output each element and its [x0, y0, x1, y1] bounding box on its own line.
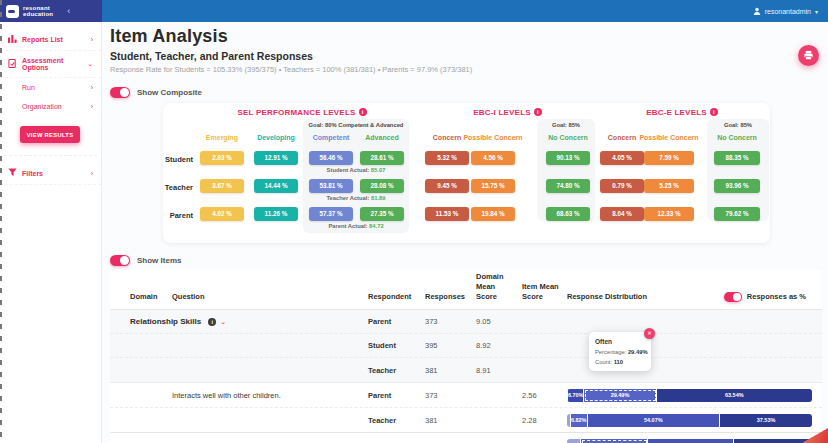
sidebar-collapse-icon[interactable]: ‹	[67, 6, 70, 16]
show-items-row: Show Items	[110, 255, 828, 266]
table-row: Student 395 8.92	[110, 334, 822, 358]
show-composite-label: Show Composite	[137, 88, 202, 97]
close-icon[interactable]: ✕	[644, 328, 655, 339]
student-actual: Student Actual: 85.07	[303, 167, 409, 173]
chip-parent-advanced: 27.35 %	[360, 207, 404, 221]
table-header-row: Domain Question Respondent Responses Dom…	[110, 270, 822, 310]
distribution-segment[interactable]: 31.90%	[734, 439, 812, 443]
brand-name: resonant education	[23, 5, 53, 18]
show-composite-row: Show Composite	[110, 87, 828, 98]
main-content: Item Analysis Student, Teacher, and Pare…	[102, 22, 828, 443]
sidebar-item-reports-list[interactable]: Reports List ›	[0, 28, 101, 51]
brand[interactable]: resonant education ‹	[0, 0, 102, 22]
sidebar-item-label: Filters	[22, 170, 43, 177]
composite-card: SEL PERFORMANCE LEVELSi EBC-I LEVELSi EB…	[163, 103, 770, 243]
page-subtitle: Student, Teacher, and Parent Responses	[110, 50, 828, 62]
user-menu[interactable]: resonantadmin ▾	[753, 0, 828, 22]
show-items-toggle[interactable]	[110, 255, 130, 266]
brand-logo-icon	[6, 5, 19, 18]
distribution-bar: 27.35% 34.85% 31.90%	[567, 439, 812, 443]
chip-parent-ebce-concern: 8.04 %	[600, 207, 644, 221]
tooltip-title: Often	[595, 338, 645, 345]
distribution-segment[interactable]: 6.82%	[571, 414, 588, 427]
sidebar-item-organization[interactable]: Organization ›	[0, 97, 101, 116]
info-icon[interactable]: i	[534, 108, 542, 116]
filter-icon	[8, 168, 17, 178]
table-row: Teacher 381 8.91	[110, 358, 822, 382]
sidebar-item-run[interactable]: Run ›	[0, 78, 101, 97]
view-results-button[interactable]: VIEW RESULTS	[20, 126, 80, 143]
header-question: Question	[172, 292, 368, 302]
responses-as-pct-label: Responses as %	[747, 292, 806, 302]
header-item-mean: Item Mean Score	[522, 282, 567, 302]
chevron-right-icon: ›	[91, 36, 93, 43]
caret-down-icon: ▾	[815, 8, 818, 15]
sidebar-item-filters[interactable]: Filters ›	[0, 162, 101, 185]
chevron-down-icon: ⌄	[87, 60, 93, 68]
question-text: Interacts well with other children.	[172, 391, 368, 400]
user-icon	[753, 7, 761, 15]
distribution-segment[interactable]: 6.70%	[568, 389, 584, 402]
chip-teacher-competent: 53.81 %	[309, 179, 353, 193]
ebci-levels-title: EBC-I LEVELSi	[425, 108, 590, 117]
distribution-segment[interactable]: 63.54%	[657, 389, 812, 402]
responses-as-pct-toggle[interactable]	[724, 292, 742, 302]
distribution-bar: 6.70% 29.49% 63.54%	[567, 389, 812, 402]
response-rate-text: Response Rate for Students = 105.33% (39…	[110, 65, 828, 74]
header-domain-mean: Domain Mean Score	[476, 272, 522, 302]
info-icon[interactable]: i	[710, 108, 718, 116]
chevron-right-icon: ›	[91, 170, 93, 177]
print-button[interactable]	[798, 45, 819, 66]
domain-group: Relationship Skills i ⌄ Parent 373 9.05 …	[110, 310, 822, 383]
info-icon[interactable]: i	[359, 108, 367, 116]
row-label-teacher: Teacher	[163, 183, 193, 192]
sidebar-item-label: Run	[22, 84, 35, 91]
ebce-goal-text: Goal: 85%	[707, 119, 769, 128]
info-icon[interactable]: i	[208, 318, 216, 326]
sidebar-item-assessment-options[interactable]: Assessment Options ⌄	[0, 51, 101, 78]
chip-teacher-ebci-no-concern: 74.80 %	[546, 179, 590, 193]
chip-teacher-ebci-concern: 9.45 %	[425, 179, 469, 193]
item-row: Teacher 381 2.28 6.82% 54.07% 37.53%	[110, 408, 822, 433]
col-ebce-no-concern: No Concern	[705, 134, 769, 141]
chip-teacher-advanced: 28.08 %	[360, 179, 404, 193]
chip-student-ebce-concern: 4.05 %	[600, 151, 644, 165]
teacher-actual: Teacher Actual: 81.89	[303, 195, 409, 201]
chip-teacher-ebci-possible: 15.75 %	[471, 179, 515, 193]
sel-levels-title: SEL PERFORMANCE LEVELSi	[200, 108, 404, 117]
col-advanced: Advanced	[350, 134, 414, 141]
chip-student-emerging: 2.03 %	[200, 151, 244, 165]
distribution-segment[interactable]	[567, 439, 581, 443]
chip-parent-competent: 57.37 %	[309, 207, 353, 221]
col-ebci-possible-concern: Possible Concern	[461, 134, 525, 141]
items-section: Show Items Domain Question Respondent Re…	[110, 255, 828, 443]
distribution-segment-hovered[interactable]: 29.49%	[584, 389, 656, 402]
tooltip-count: Count: 110	[595, 359, 645, 365]
user-name: resonantadmin	[765, 8, 811, 15]
chevron-right-icon: ›	[91, 103, 93, 110]
printer-icon	[803, 50, 814, 61]
sidebar-item-label: Organization	[22, 103, 62, 110]
window-left-edge	[0, 0, 2, 443]
parent-actual: Parent Actual: 84.72	[303, 223, 409, 229]
sidebar-item-label: Reports List	[22, 36, 63, 43]
distribution-segment[interactable]: 34.85%	[648, 439, 733, 443]
chevron-down-icon[interactable]: ⌄	[220, 318, 226, 326]
tooltip-percentage: Percentage: 29.49%	[595, 349, 645, 355]
chip-student-ebce-no-concern: 88.35 %	[714, 151, 760, 165]
app-window: resonant education ‹ resonantadmin ▾ Rep…	[0, 0, 828, 443]
chip-student-advanced: 28.61 %	[360, 151, 404, 165]
chip-teacher-ebce-possible: 5.25 %	[644, 179, 694, 193]
chip-teacher-emerging: 3.67 %	[200, 179, 244, 193]
distribution-segment[interactable]: 37.53%	[720, 414, 812, 427]
distribution-segment[interactable]: 54.07%	[588, 414, 720, 427]
col-ebce-possible-concern: Possible Concern	[637, 134, 701, 141]
distribution-segment[interactable]: 27.35%	[581, 439, 648, 443]
chip-parent-emerging: 4.02 %	[200, 207, 244, 221]
row-label-student: Student	[163, 155, 193, 164]
chip-teacher-developing: 14.44 %	[254, 179, 298, 193]
chip-teacher-ebce-no-concern: 93.96 %	[714, 179, 760, 193]
chip-student-ebci-possible: 4.56 %	[471, 151, 515, 165]
chip-teacher-ebce-concern: 0.79 %	[600, 179, 644, 193]
show-composite-toggle[interactable]	[110, 87, 130, 98]
